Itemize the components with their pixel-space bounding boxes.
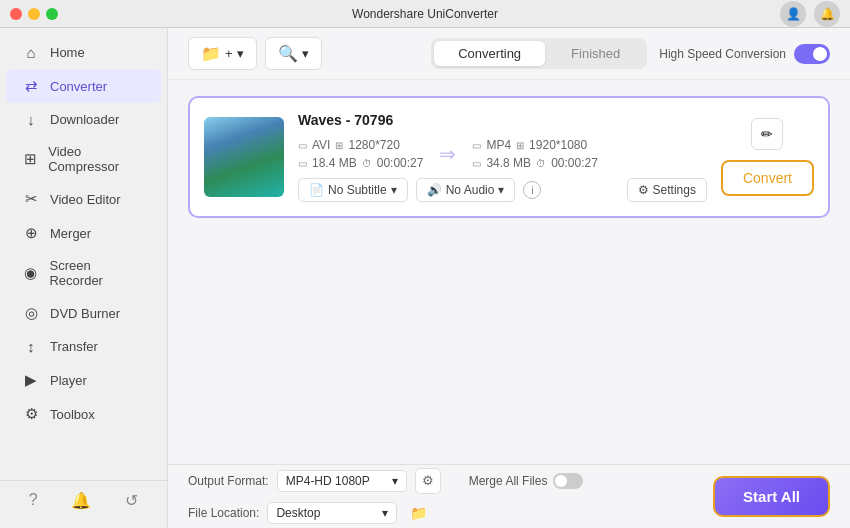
sidebar-label-recorder: Screen Recorder xyxy=(49,258,145,288)
sidebar-label-downloader: Downloader xyxy=(50,112,119,127)
merge-toggle[interactable] xyxy=(553,473,583,489)
file-location-select[interactable]: Desktop ▾ xyxy=(267,502,397,524)
content-area: 📁 + ▾ 🔍 ▾ Converting Finished High Sp xyxy=(168,28,850,528)
output-format-value: MP4-HD 1080P xyxy=(286,474,370,488)
add-files-button[interactable]: 📁 + ▾ xyxy=(188,37,257,70)
merge-section: Merge All Files xyxy=(469,473,584,489)
sidebar-label-transfer: Transfer xyxy=(50,339,98,354)
transfer-icon: ↕ xyxy=(22,338,40,355)
audio-icon: 🔊 xyxy=(427,183,442,197)
minimize-dot[interactable] xyxy=(28,8,40,20)
topbar-left: 📁 + ▾ 🔍 ▾ xyxy=(188,37,419,70)
subtitle-button[interactable]: 📄 No Subtitle ▾ xyxy=(298,178,408,202)
file-thumbnail xyxy=(204,117,284,197)
info-button[interactable]: i xyxy=(523,181,541,199)
add-files-icon: 📁 xyxy=(201,44,221,63)
source-resolution: 1280*720 xyxy=(348,138,399,152)
target-dur-icon: ⏱ xyxy=(536,158,546,169)
close-dot[interactable] xyxy=(10,8,22,20)
speed-toggle[interactable] xyxy=(794,44,830,64)
bottom-left: Output Format: MP4-HD 1080P ▾ ⚙ Merge Al… xyxy=(188,468,693,526)
sidebar-item-converter[interactable]: ⇄ Converter xyxy=(6,69,161,103)
start-all-button[interactable]: Start All xyxy=(713,476,830,517)
output-settings-icon[interactable]: ⚙ xyxy=(415,468,441,494)
target-size-row: ▭ 34.8 MB ⏱ 00:00:27 xyxy=(472,156,597,170)
sidebar: ⌂ Home ⇄ Converter ↓ Downloader ⊞ Video … xyxy=(0,28,168,528)
source-size: 18.4 MB xyxy=(312,156,357,170)
source-dur-icon: ⏱ xyxy=(362,158,372,169)
content-main: Waves - 70796 ▭ AVI ⊞ 1280*720 ▭ 1 xyxy=(168,80,850,464)
source-size-row: ▭ 18.4 MB ⏱ 00:00:27 xyxy=(298,156,423,170)
speed-label: High Speed Conversion xyxy=(659,47,786,61)
sidebar-label-merger: Merger xyxy=(50,226,91,241)
sidebar-item-video-editor[interactable]: ✂ Video Editor xyxy=(6,182,161,216)
audio-chevron: ▾ xyxy=(498,183,504,197)
refresh-icon[interactable]: ↺ xyxy=(125,491,138,510)
tab-converting-label: Converting xyxy=(458,46,521,61)
sidebar-item-dvd-burner[interactable]: ◎ DVD Burner xyxy=(6,296,161,330)
sidebar-item-downloader[interactable]: ↓ Downloader xyxy=(6,103,161,136)
output-format-label: Output Format: xyxy=(188,474,269,488)
settings-button[interactable]: ⚙ Settings xyxy=(627,178,707,202)
target-format: MP4 xyxy=(486,138,511,152)
target-format-row: ▭ MP4 ⊞ 1920*1080 xyxy=(472,138,597,152)
convert-button[interactable]: Convert xyxy=(721,160,814,196)
sidebar-item-screen-recorder[interactable]: ◉ Screen Recorder xyxy=(6,250,161,296)
source-duration: 00:00:27 xyxy=(377,156,424,170)
settings-label: Settings xyxy=(653,183,696,197)
tab-finished[interactable]: Finished xyxy=(547,41,644,66)
file-location-label: File Location: xyxy=(188,506,259,520)
add-folder-icon: 🔍 xyxy=(278,44,298,63)
sidebar-bottom: ? 🔔 ↺ xyxy=(0,480,167,520)
add-folder-button[interactable]: 🔍 ▾ xyxy=(265,37,322,70)
sidebar-item-transfer[interactable]: ↕ Transfer xyxy=(6,330,161,363)
dvd-icon: ◎ xyxy=(22,304,40,322)
user-icon[interactable]: 👤 xyxy=(780,1,806,27)
audio-label: No Audio xyxy=(446,183,495,197)
help-icon[interactable]: ? xyxy=(29,491,38,510)
sidebar-label-compressor: Video Compressor xyxy=(48,144,145,174)
notification-icon[interactable]: 🔔 xyxy=(71,491,91,510)
convert-arrow-icon: ⇒ xyxy=(439,142,456,166)
topbar: 📁 + ▾ 🔍 ▾ Converting Finished High Sp xyxy=(168,28,850,80)
source-res-icon: ⊞ xyxy=(335,140,343,151)
audio-button[interactable]: 🔊 No Audio ▾ xyxy=(416,178,516,202)
sidebar-label-toolbox: Toolbox xyxy=(50,407,95,422)
output-format-chevron: ▾ xyxy=(392,474,398,488)
titlebar-actions: 👤 🔔 xyxy=(780,1,840,27)
card-right: ✏ Convert xyxy=(721,118,814,196)
subtitle-label: No Subtitle xyxy=(328,183,387,197)
sidebar-item-merger[interactable]: ⊕ Merger xyxy=(6,216,161,250)
sidebar-item-player[interactable]: ▶ Player xyxy=(6,363,161,397)
file-info: Waves - 70796 ▭ AVI ⊞ 1280*720 ▭ 1 xyxy=(298,112,707,202)
sidebar-item-video-compressor[interactable]: ⊞ Video Compressor xyxy=(6,136,161,182)
edit-icon-button[interactable]: ✏ xyxy=(751,118,783,150)
source-format-row: ▭ AVI ⊞ 1280*720 xyxy=(298,138,423,152)
source-format-icon: ▭ xyxy=(298,140,307,151)
sidebar-item-toolbox[interactable]: ⚙ Toolbox xyxy=(6,397,161,431)
window-controls xyxy=(10,8,58,20)
file-location-row: File Location: Desktop ▾ 📁 xyxy=(188,500,693,526)
browse-folder-icon[interactable]: 📁 xyxy=(405,500,431,526)
sidebar-label-dvd: DVD Burner xyxy=(50,306,120,321)
player-icon: ▶ xyxy=(22,371,40,389)
sidebar-item-home[interactable]: ⌂ Home xyxy=(6,36,161,69)
sidebar-label-editor: Video Editor xyxy=(50,192,121,207)
merger-icon: ⊕ xyxy=(22,224,40,242)
file-name: Waves - 70796 xyxy=(298,112,707,128)
output-format-select[interactable]: MP4-HD 1080P ▾ xyxy=(277,470,407,492)
target-format-icon: ▭ xyxy=(472,140,481,151)
file-specs: ▭ AVI ⊞ 1280*720 ▭ 18.4 MB ⏱ 00:00:27 xyxy=(298,138,707,170)
maximize-dot[interactable] xyxy=(46,8,58,20)
add-folder-chevron: ▾ xyxy=(302,46,309,61)
file-location-chevron: ▾ xyxy=(382,506,388,520)
target-res-icon: ⊞ xyxy=(516,140,524,151)
sidebar-label-player: Player xyxy=(50,373,87,388)
target-resolution: 1920*1080 xyxy=(529,138,587,152)
bell-icon[interactable]: 🔔 xyxy=(814,1,840,27)
sidebar-label-converter: Converter xyxy=(50,79,107,94)
tab-finished-label: Finished xyxy=(571,46,620,61)
subtitle-icon: 📄 xyxy=(309,183,324,197)
file-actions: 📄 No Subtitle ▾ 🔊 No Audio ▾ i ⚙ Set xyxy=(298,178,707,202)
tab-converting[interactable]: Converting xyxy=(434,41,545,66)
